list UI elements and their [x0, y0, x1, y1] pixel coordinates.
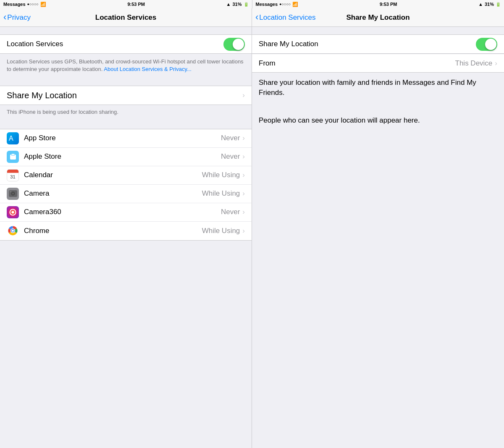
share-location-toggle-label: Share My Location [259, 40, 476, 48]
location-services-label: Location Services [7, 40, 223, 48]
share-my-location-chevron: › [242, 91, 245, 100]
app-row-applestore[interactable]: Apple Store Never › [0, 148, 252, 166]
app-row-calendar[interactable]: 31 Calendar While Using › [0, 166, 252, 185]
share-my-location-row[interactable]: Share My Location › [0, 86, 252, 105]
app-icon-appstore: A [7, 132, 19, 144]
app-name-camera: Camera [24, 189, 202, 198]
app-name-chrome: Chrome [24, 227, 202, 235]
svg-point-16 [12, 211, 14, 213]
status-bar-right: Messages ●○○○○ 📶 9:53 PM ▲ 31% 🔋 [252, 0, 504, 8]
svg-text:31: 31 [10, 174, 15, 179]
privacy-link[interactable]: About Location Services & Privacy... [104, 66, 192, 72]
share-location-toggle[interactable] [476, 38, 497, 51]
toggle-knob-right [485, 39, 496, 50]
from-device-card: From This Device › [252, 54, 504, 73]
location-icon-left: ▲ [226, 2, 231, 7]
svg-rect-7 [7, 170, 18, 173]
from-chevron: › [495, 59, 497, 68]
app-row-camera360[interactable]: Camera360 Never › [0, 203, 252, 222]
carrier-left: Messages [3, 2, 26, 7]
svg-rect-2 [11, 154, 15, 155]
people-note: People who can see your location will ap… [252, 110, 504, 134]
svg-point-22 [12, 230, 14, 232]
svg-point-12 [12, 193, 13, 194]
app-chevron-camera360: › [242, 208, 245, 216]
location-services-toggle[interactable] [223, 38, 245, 51]
app-icon-chrome [7, 225, 19, 237]
from-device-row[interactable]: From This Device › [252, 54, 504, 72]
svg-rect-13 [10, 191, 11, 192]
wifi-icon-right: 📶 [292, 2, 298, 7]
status-right-items-right: ▲ 31% 🔋 [478, 2, 501, 7]
gap-top-right [252, 27, 504, 34]
chevron-left-icon-right: ‹ [255, 13, 258, 22]
battery-pct-left: 31% [232, 2, 242, 7]
nav-bar: ‹ Privacy Location Services ‹ Location S… [0, 8, 504, 27]
app-name-appstore: App Store [24, 134, 221, 142]
share-my-location-label: Share My Location [7, 91, 242, 100]
carrier-right: Messages [256, 2, 278, 7]
back-label-right: Location Services [259, 13, 315, 22]
nav-title-right: Share My Location [346, 13, 410, 22]
app-chevron-appstore: › [242, 134, 245, 142]
app-list-card: A App Store Never › Apple Store Never › [0, 129, 252, 241]
app-permission-chrome: While Using [202, 227, 240, 235]
battery-icon-right: 🔋 [496, 2, 501, 7]
location-icon-right: ▲ [478, 2, 483, 7]
app-icon-camera360 [7, 206, 19, 218]
status-bar: Messages ●○○○○ 📶 9:53 PM ▲ 31% 🔋 Message… [0, 0, 504, 8]
time-left: 9:53 PM [127, 2, 145, 7]
gap-2-left [0, 78, 252, 86]
share-description: Share your location with family and frie… [252, 73, 504, 106]
location-services-card: Location Services [0, 34, 252, 54]
share-location-toggle-row[interactable]: Share My Location [252, 35, 504, 53]
wifi-icon-left: 📶 [40, 2, 46, 7]
app-chevron-camera: › [242, 189, 245, 198]
share-my-location-card: Share My Location › [0, 86, 252, 105]
back-button-right[interactable]: ‹ Location Services [255, 13, 316, 22]
signal-left: ●○○○○ [27, 2, 39, 6]
time-right: 9:53 PM [380, 2, 397, 7]
app-icon-camera [7, 188, 19, 200]
battery-icon-left: 🔋 [244, 2, 249, 7]
app-permission-applestore: Never [221, 152, 240, 161]
app-permission-appstore: Never [221, 134, 240, 142]
app-row-chrome[interactable]: Chrome While Using › [0, 222, 252, 240]
from-value: This Device [455, 59, 493, 68]
app-row-camera[interactable]: Camera While Using › [0, 185, 252, 203]
back-button-left[interactable]: ‹ Privacy [3, 13, 31, 22]
nav-title-left: Location Services [95, 13, 157, 22]
nav-right: ‹ Location Services Share My Location [252, 8, 504, 26]
toggle-knob [233, 39, 244, 50]
status-bar-left: Messages ●○○○○ 📶 9:53 PM ▲ 31% 🔋 [0, 0, 252, 8]
status-left-items-right: Messages ●○○○○ 📶 [256, 2, 299, 7]
app-permission-camera: While Using [202, 189, 240, 198]
app-permission-camera360: Never [221, 208, 240, 216]
gap-3-left [0, 121, 252, 129]
status-left-items: Messages ●○○○○ 📶 [3, 2, 46, 7]
svg-text:A: A [9, 135, 13, 142]
app-name-camera360: Camera360 [24, 208, 221, 216]
share-note: This iPhone is being used for location s… [0, 105, 252, 121]
from-label: From [259, 59, 455, 68]
signal-right: ●○○○○ [279, 2, 291, 6]
right-panel: Share My Location From This Device › Sha… [252, 27, 504, 448]
location-services-row[interactable]: Location Services [0, 35, 252, 53]
chevron-left-icon-left: ‹ [3, 13, 6, 22]
app-chevron-applestore: › [242, 152, 245, 161]
gap-2-right [252, 106, 504, 110]
battery-pct-right: 31% [485, 2, 494, 7]
app-permission-calendar: While Using [202, 171, 240, 179]
share-location-toggle-card: Share My Location [252, 34, 504, 54]
app-row-appstore[interactable]: A App Store Never › [0, 129, 252, 148]
gap-top-left [0, 27, 252, 34]
status-right-items-left: ▲ 31% 🔋 [226, 2, 249, 7]
nav-left: ‹ Privacy Location Services [0, 8, 252, 26]
left-panel: Location Services Location Services uses… [0, 27, 252, 448]
back-label-left: Privacy [7, 13, 31, 22]
main-content: Location Services Location Services uses… [0, 27, 504, 448]
app-icon-calendar: 31 [7, 169, 19, 181]
app-chevron-chrome: › [242, 227, 245, 235]
app-name-applestore: Apple Store [24, 152, 221, 161]
app-icon-applestore [7, 151, 19, 163]
